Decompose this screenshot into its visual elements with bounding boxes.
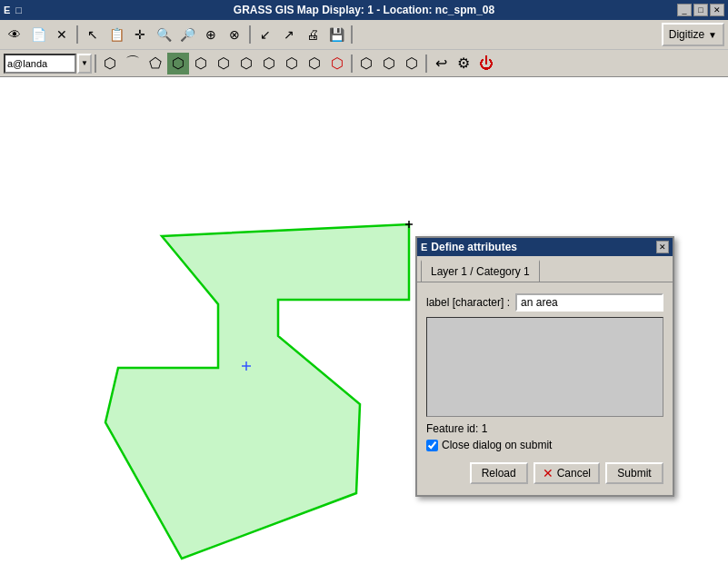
digitize-dropdown-arrow: ▼: [708, 30, 717, 40]
pointer-button[interactable]: ↖: [82, 24, 104, 45]
print-button[interactable]: 🖨: [302, 24, 324, 45]
zoom-extent-button[interactable]: ⊗: [224, 24, 245, 45]
remove-vertex-button[interactable]: ⬡: [258, 53, 280, 74]
dialog-close-button[interactable]: ✕: [656, 241, 669, 253]
delete-feature-button[interactable]: ⬡: [326, 53, 348, 74]
cancel-label: Cancel: [557, 467, 591, 480]
define-attributes-dialog: E Define attributes ✕ Layer 1 / Category…: [415, 236, 674, 497]
digitize-label: Digitize: [669, 28, 704, 41]
separator-3: [351, 25, 353, 44]
field-row: label [character] :: [426, 293, 663, 312]
separator-t2-3: [425, 54, 427, 73]
new-map-button[interactable]: 📄: [27, 24, 49, 45]
add-area-button[interactable]: ⬡: [190, 53, 212, 74]
erase-button[interactable]: ✕: [51, 24, 73, 45]
power-button[interactable]: ⏻: [475, 53, 497, 74]
close-button[interactable]: ✕: [710, 4, 724, 16]
settings-button[interactable]: ⬡: [401, 53, 423, 74]
separator-t2-1: [95, 54, 96, 73]
undo2-button[interactable]: ↩: [430, 53, 452, 74]
zoom-region-button[interactable]: ⊕: [200, 24, 222, 45]
toolbar-row-2: a@landa ▼ ⬡ ⌒ ⬠ ⬡ ⬡ ⬡ ⬡ ⬡ ⬡ ⬡ ⬡ ⬡ ⬡ ⬡ ↩ …: [0, 49, 728, 76]
toolbar-container: 👁 📄 ✕ ↖ 📋 ✛ 🔍 🔎 ⊕ ⊗ ↙ ↗ 🖨 💾 Digitize ▼ a…: [0, 20, 728, 77]
add-centroid-button[interactable]: ⬡: [167, 53, 189, 74]
close-on-submit-label: Close dialog on submit: [442, 439, 552, 451]
pan-button[interactable]: ✛: [129, 24, 151, 45]
field-label: label [character] :: [426, 296, 510, 309]
app-icon-box: □: [15, 5, 22, 15]
edit-line-button[interactable]: ⬡: [281, 53, 303, 74]
move-vertex-button[interactable]: ⬡: [213, 53, 234, 74]
dialog-icon-e: E: [421, 242, 427, 252]
window-title: GRASS GIS Map Display: 1 - Location: nc_…: [0, 4, 728, 16]
dialog-body: label [character] : Feature id: 1 Close …: [417, 288, 673, 495]
add-point-button[interactable]: ⬡: [99, 53, 121, 74]
maximize-button[interactable]: □: [693, 4, 708, 16]
window-controls: _ □ ✕: [677, 4, 724, 16]
import-button[interactable]: ↙: [254, 24, 276, 45]
move-feature-button[interactable]: ⬡: [304, 53, 325, 74]
toolbar-row-1: 👁 📄 ✕ ↖ 📋 ✛ 🔍 🔎 ⊕ ⊗ ↙ ↗ 🖨 💾 Digitize ▼: [0, 20, 728, 49]
add-vertex-button[interactable]: ⬡: [235, 53, 257, 74]
separator-1: [76, 25, 78, 44]
separator-2: [249, 25, 251, 44]
dialog-buttons: Reload ✕ Cancel Submit: [426, 459, 663, 490]
add-boundary-button[interactable]: ⬠: [145, 53, 166, 74]
export-button[interactable]: ↗: [278, 24, 300, 45]
polygon-shape: [105, 224, 409, 559]
separator-t2-2: [351, 54, 353, 73]
app-icon-e: E: [4, 5, 10, 15]
dialog-titlebar: E Define attributes ✕: [417, 238, 673, 256]
cancel-icon: ✕: [543, 466, 553, 480]
dialog-title: Define attributes: [431, 241, 517, 253]
cancel-button[interactable]: ✕ Cancel: [534, 462, 600, 484]
submit-button[interactable]: Submit: [605, 462, 663, 484]
add-line-button[interactable]: ⌒: [122, 53, 144, 74]
layer-combo-arrow[interactable]: ▼: [77, 54, 92, 74]
save-button[interactable]: 💾: [325, 24, 347, 45]
settings2-button[interactable]: ⚙: [453, 53, 474, 74]
layer-combo[interactable]: a@landa: [4, 54, 76, 74]
title-bar: E □ GRASS GIS Map Display: 1 - Location:…: [0, 0, 728, 20]
digitize-button[interactable]: Digitize ▼: [662, 23, 724, 46]
zoom-out-button[interactable]: 🔎: [176, 24, 198, 45]
cat-mode-button[interactable]: ⬡: [355, 53, 377, 74]
map-display[interactable]: E Define attributes ✕ Layer 1 / Category…: [0, 77, 728, 574]
feature-id: Feature id: 1: [426, 422, 663, 435]
undo-button[interactable]: ⬡: [378, 53, 400, 74]
dialog-tab-bar: Layer 1 / Category 1: [417, 256, 673, 282]
reload-button[interactable]: Reload: [470, 462, 528, 484]
info-button[interactable]: 📋: [105, 24, 127, 45]
dialog-content-area: [426, 317, 663, 417]
layer-combo-value: a@landa: [7, 58, 47, 69]
layer-category-tab[interactable]: Layer 1 / Category 1: [421, 260, 540, 282]
close-on-submit-row: Close dialog on submit: [426, 439, 663, 451]
close-on-submit-checkbox[interactable]: [426, 440, 438, 451]
zoom-in-button[interactable]: 🔍: [153, 24, 175, 45]
label-input[interactable]: [515, 293, 663, 312]
eye-button[interactable]: 👁: [4, 24, 25, 45]
minimize-button[interactable]: _: [677, 4, 692, 16]
